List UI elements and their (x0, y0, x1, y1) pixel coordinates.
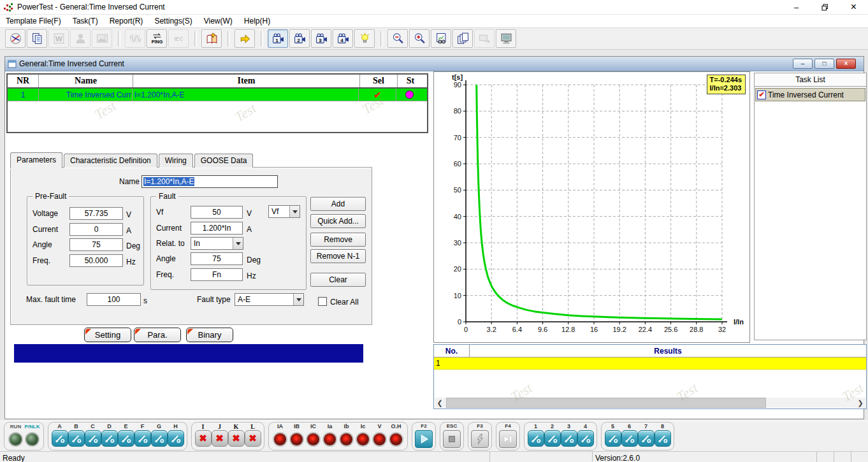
switch-7-button[interactable] (638, 430, 655, 447)
vector-diagram-icon[interactable] (5, 29, 25, 48)
prefault-freq-input[interactable]: 50.000 (69, 254, 123, 267)
clear-all-checkbox[interactable]: Clear All (318, 297, 359, 307)
minimize-button[interactable]: – (782, 0, 811, 14)
vf-mode-select[interactable]: Vf (268, 205, 300, 218)
switch-8-button[interactable] (655, 430, 671, 447)
menu-template-file-f[interactable]: Template File(F) (0, 15, 67, 27)
menu-report-r[interactable]: Report(R) (104, 15, 149, 27)
task-list-item[interactable]: ✔ Time Inversed Current (755, 88, 865, 101)
switch-4-button[interactable] (577, 430, 594, 447)
switch-b-button[interactable] (68, 430, 85, 447)
menu-settings-s[interactable]: Settings(S) (148, 15, 198, 27)
max-fault-time-input[interactable]: 100 (87, 293, 141, 306)
child-restore-button[interactable]: □ (814, 59, 834, 69)
tab-wiring[interactable]: Wiring (159, 154, 193, 168)
prefault-angle-input[interactable]: 75 (69, 238, 123, 251)
scroll-right-icon[interactable]: ❯ (855, 398, 865, 408)
switch-d-button[interactable] (101, 430, 118, 447)
restore-button[interactable] (811, 0, 839, 14)
switch-g-button[interactable] (151, 430, 168, 447)
switch-e-button[interactable] (118, 430, 134, 447)
manual-book-icon[interactable] (201, 29, 222, 48)
checkbox-icon[interactable] (318, 297, 327, 306)
f4-skip-button[interactable] (499, 430, 517, 448)
switch-3-button[interactable] (561, 430, 577, 447)
remove-button[interactable]: Remove (310, 233, 366, 247)
dropdown-arrow-icon[interactable] (233, 238, 243, 249)
close-button[interactable]: × (839, 0, 868, 14)
prefault-voltage-input[interactable]: 57.735 (69, 207, 123, 220)
blocked-j-button[interactable]: ✖ (212, 430, 228, 447)
tab-goose-data[interactable]: GOOSE Data (194, 154, 254, 168)
f3-bolt-button[interactable] (471, 430, 489, 448)
blocked-l-button[interactable]: ✖ (245, 430, 261, 447)
remove-n1-button[interactable]: Remove N-1 (310, 249, 366, 263)
dropdown-arrow-icon[interactable] (289, 206, 300, 217)
tab-characteristic-definition[interactable]: Characteristic Definition (64, 154, 157, 168)
view-1-icon[interactable]: 1 (268, 29, 288, 48)
switch-2-button[interactable] (544, 430, 561, 447)
switch-c-button[interactable] (85, 430, 101, 447)
menu-help-h[interactable]: Help(H) (238, 15, 276, 27)
child-minimize-button[interactable]: – (793, 59, 813, 69)
export-icon[interactable] (235, 29, 255, 48)
menu-task-t[interactable]: Task(T) (67, 15, 104, 27)
fault-type-select[interactable]: A-E (235, 293, 304, 306)
copy-report-icon[interactable] (27, 29, 47, 48)
results-row[interactable]: 1 (434, 357, 866, 370)
esc-stop-button[interactable] (443, 430, 461, 448)
report-preview-icon[interactable] (431, 29, 451, 48)
view-2-icon[interactable]: 2 (289, 29, 310, 48)
fault-freq-input[interactable]: Fn (191, 268, 243, 281)
task-checkbox-icon[interactable]: ✔ (757, 90, 766, 99)
scroll-thumb[interactable] (446, 398, 766, 408)
fault-current-input[interactable]: 1.200*In (191, 222, 243, 235)
setting-button[interactable]: Setting (84, 328, 131, 342)
fn-group-f3: F3 (468, 422, 492, 451)
view-3-icon[interactable]: 3 (311, 29, 331, 48)
fault-angle-input[interactable]: 75 (191, 252, 243, 265)
svg-text:9.6: 9.6 (538, 326, 547, 333)
test-table-row[interactable]: 1 Time Inversed Curr I=1.200*In,A-E ✔ (8, 89, 427, 101)
pnlk-led (25, 432, 40, 447)
switch-1-button[interactable] (528, 430, 544, 447)
copy-pages-icon[interactable] (452, 29, 473, 48)
blocked-k-button[interactable]: ✖ (228, 430, 245, 447)
switch-6-button[interactable] (621, 430, 638, 447)
zoom-in-icon[interactable] (409, 29, 430, 48)
vf-unit: V (247, 209, 252, 218)
menu-view-w[interactable]: View(W) (198, 15, 238, 27)
selected-check-icon: ✔ (373, 90, 381, 100)
dropdown-arrow-icon[interactable] (293, 294, 303, 305)
channel-label: O.H (391, 423, 401, 430)
view-4-icon[interactable]: 4 (333, 29, 353, 48)
tab-parameters[interactable]: Parameters (10, 152, 62, 168)
para-button[interactable]: Para. (134, 328, 181, 342)
fault-vf-input[interactable]: 50 (191, 206, 243, 219)
zoom-out-icon[interactable] (387, 29, 408, 48)
blocked-i-button[interactable]: ✖ (195, 430, 212, 447)
switch-f-button[interactable] (134, 430, 151, 447)
quick-add-button[interactable]: Quick Add... (310, 214, 366, 228)
switch-h-button[interactable] (168, 430, 184, 447)
monitor-icon[interactable] (496, 29, 516, 48)
relat-to-select[interactable]: In (191, 237, 243, 250)
header-nr: NR (8, 75, 39, 87)
tab-strip: ParametersCharacteristic DefinitionWirin… (10, 153, 254, 168)
add-button[interactable]: Add (310, 197, 366, 211)
fault-freq-unit: Hz (247, 271, 256, 280)
f2-play-button[interactable] (415, 430, 433, 448)
cell-sel[interactable]: ✔ (359, 89, 396, 101)
switch-a-button[interactable] (52, 430, 68, 447)
child-close-button[interactable]: × (836, 59, 856, 69)
name-input[interactable]: I=1.200*In,A-E (141, 175, 278, 188)
binary-button[interactable]: Binary (186, 328, 233, 342)
prefault-current-input[interactable]: 0 (69, 223, 123, 236)
scroll-left-icon[interactable]: ❮ (435, 398, 445, 408)
results-hscrollbar[interactable]: ❮ ❯ (435, 398, 865, 408)
channel-d: D (101, 423, 117, 447)
bulb-icon[interactable] (354, 29, 375, 48)
ping-icon[interactable]: PING (147, 29, 167, 48)
switch-5-button[interactable] (605, 430, 621, 447)
clear-button[interactable]: Clear (310, 273, 366, 287)
